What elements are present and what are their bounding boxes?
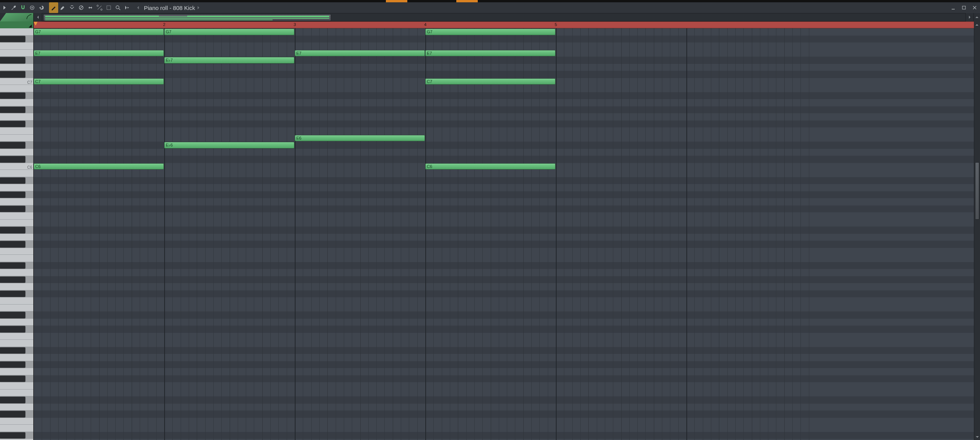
- delete-tool-icon[interactable]: [67, 2, 77, 13]
- piano-key-white[interactable]: [0, 127, 33, 135]
- piano-key-white[interactable]: [0, 255, 33, 262]
- piano-key-white[interactable]: [0, 184, 33, 191]
- slice-tool-icon[interactable]: [95, 2, 104, 13]
- ruler-corner[interactable]: [0, 21, 34, 28]
- wrench-icon[interactable]: [9, 2, 18, 13]
- slip-tool-icon[interactable]: [86, 2, 95, 13]
- piano-key-black[interactable]: [0, 277, 25, 283]
- midi-note[interactable]: E7: [34, 50, 164, 57]
- midi-note[interactable]: E6: [295, 135, 425, 142]
- piano-key-white[interactable]: [0, 305, 33, 312]
- piano-key-white[interactable]: [0, 135, 33, 142]
- overview-thumb[interactable]: [43, 14, 331, 21]
- piano-key-black[interactable]: [0, 71, 25, 78]
- piano-key-white[interactable]: [0, 340, 33, 347]
- piano-key-black[interactable]: [0, 347, 25, 354]
- piano-key-white[interactable]: [0, 248, 33, 255]
- select-tool-icon[interactable]: [104, 2, 113, 13]
- piano-key-black[interactable]: [0, 178, 25, 184]
- piano-key-black[interactable]: [0, 241, 25, 248]
- piano-key-white[interactable]: [0, 404, 33, 411]
- piano-key-white[interactable]: [0, 85, 33, 92]
- piano-key-white[interactable]: [0, 170, 33, 177]
- piano-key-black[interactable]: [0, 107, 25, 113]
- overview-track[interactable]: [42, 13, 965, 21]
- playhead-marker[interactable]: [34, 22, 38, 26]
- piano-key-black[interactable]: [0, 121, 25, 127]
- piano-key-black[interactable]: [0, 291, 25, 297]
- piano-key-white[interactable]: [0, 28, 33, 36]
- piano-key-black[interactable]: [0, 376, 25, 382]
- piano-key-black[interactable]: [0, 93, 25, 99]
- piano-key-white[interactable]: [0, 418, 33, 425]
- note-grid[interactable]: C7E7G7C6E♭7G7B♭7E♭6E7A♭7B7E6C7E7G7C6: [34, 28, 974, 440]
- close-button[interactable]: [969, 2, 980, 13]
- midi-note[interactable]: E7: [295, 50, 425, 57]
- midi-note[interactable]: C7: [34, 78, 164, 85]
- channel-next-icon[interactable]: [195, 5, 202, 10]
- channel-prev-icon[interactable]: [135, 5, 142, 10]
- piano-key-white[interactable]: C6: [0, 163, 33, 170]
- midi-note[interactable]: G7: [164, 29, 294, 35]
- piano-key-white[interactable]: [0, 283, 33, 290]
- vscroll-thumb[interactable]: [975, 162, 979, 220]
- midi-note[interactable]: C7: [425, 78, 555, 85]
- hscroll-collapse-icon[interactable]: [974, 13, 980, 21]
- paint-tool-icon[interactable]: [58, 2, 67, 13]
- piano-key-white[interactable]: [0, 368, 33, 375]
- stamp-icon[interactable]: [28, 2, 37, 13]
- piano-key-black[interactable]: [0, 36, 25, 42]
- vscroll-down-icon[interactable]: [974, 434, 980, 440]
- zoom-tool-icon[interactable]: [113, 2, 122, 13]
- piano-key-white[interactable]: [0, 333, 33, 340]
- midi-note[interactable]: E7: [425, 50, 555, 57]
- piano-key-white[interactable]: [0, 99, 33, 106]
- timeline-ruler[interactable]: 2345: [34, 21, 974, 28]
- piano-key-white[interactable]: [0, 42, 33, 50]
- midi-note[interactable]: E♭6: [164, 142, 294, 148]
- hscroll-right-arrow[interactable]: [965, 13, 974, 21]
- magnet-icon[interactable]: [18, 2, 28, 13]
- piano-key-white[interactable]: [0, 382, 33, 389]
- piano-key-black[interactable]: [0, 362, 25, 368]
- piano-key-black[interactable]: [0, 432, 25, 439]
- vscroll-up-icon[interactable]: [974, 28, 980, 34]
- minimize-button[interactable]: [948, 2, 959, 13]
- vertical-scrollbar[interactable]: [974, 28, 980, 440]
- ruler-collapse-icon[interactable]: [974, 21, 980, 28]
- midi-note[interactable]: G7: [425, 29, 555, 35]
- piano-key-white[interactable]: [0, 149, 33, 156]
- draw-tool-icon[interactable]: [49, 2, 58, 13]
- maximize-button[interactable]: [959, 2, 969, 13]
- piano-key-white[interactable]: [0, 319, 33, 326]
- piano-key-black[interactable]: [0, 57, 25, 64]
- piano-keys[interactable]: C7C6: [0, 28, 34, 440]
- midi-note[interactable]: E♭7: [164, 57, 294, 64]
- overview-corner[interactable]: [0, 13, 34, 21]
- playback-tool-icon[interactable]: [122, 2, 132, 13]
- piano-key-white[interactable]: [0, 113, 33, 121]
- piano-key-white[interactable]: [0, 389, 33, 397]
- piano-key-black[interactable]: [0, 411, 25, 417]
- piano-key-black[interactable]: [0, 156, 25, 163]
- piano-key-black[interactable]: [0, 206, 25, 212]
- piano-key-white[interactable]: [0, 425, 33, 432]
- piano-key-white[interactable]: [0, 269, 33, 276]
- piano-key-black[interactable]: [0, 312, 25, 318]
- piano-key-white[interactable]: [0, 220, 33, 227]
- piano-key-black[interactable]: [0, 142, 25, 148]
- midi-note[interactable]: C6: [425, 163, 555, 170]
- piano-key-white[interactable]: [0, 50, 33, 57]
- piano-key-black[interactable]: [0, 262, 25, 269]
- piano-key-white[interactable]: [0, 234, 33, 241]
- piano-key-white[interactable]: [0, 354, 33, 361]
- piano-key-white[interactable]: C7: [0, 78, 33, 85]
- piano-key-black[interactable]: [0, 227, 25, 233]
- piano-key-black[interactable]: [0, 326, 25, 332]
- hscroll-left-arrow[interactable]: [34, 13, 42, 21]
- midi-note[interactable]: G7: [34, 29, 164, 35]
- piano-key-black[interactable]: [0, 192, 25, 198]
- piano-key-white[interactable]: [0, 297, 33, 305]
- midi-note[interactable]: C6: [34, 163, 164, 170]
- piano-key-white[interactable]: [0, 198, 33, 205]
